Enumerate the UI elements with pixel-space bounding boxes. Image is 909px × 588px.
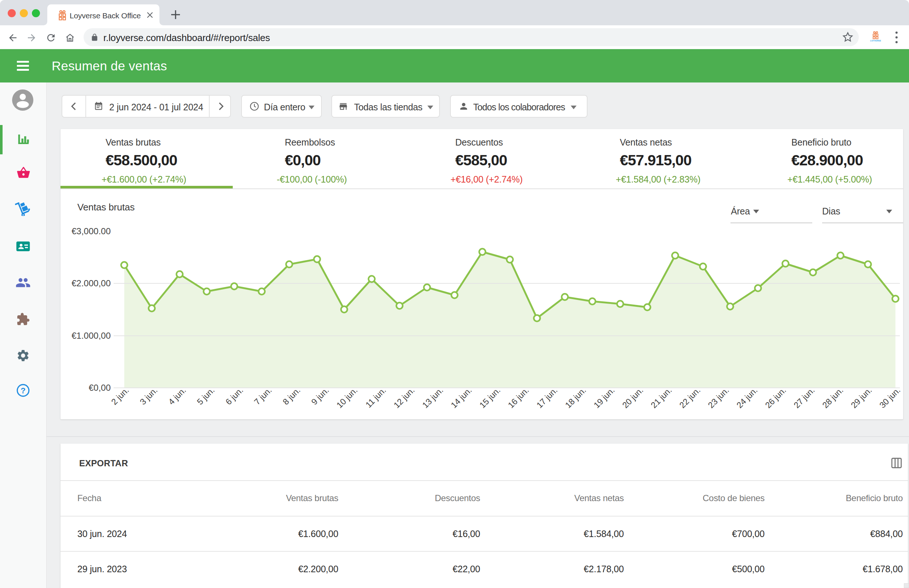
svg-text:6 jun.: 6 jun. <box>224 385 245 407</box>
svg-text:2 jun.: 2 jun. <box>109 385 131 407</box>
svg-text:9 jun.: 9 jun. <box>309 385 331 407</box>
svg-text:5 jun.: 5 jun. <box>195 385 216 407</box>
svg-text:11 jun.: 11 jun. <box>363 385 388 409</box>
svg-text:22 jun.: 22 jun. <box>678 385 702 410</box>
svg-text:21 jun.: 21 jun. <box>649 385 674 410</box>
svg-text:24 jun.: 24 jun. <box>735 385 759 410</box>
svg-text:10 jun.: 10 jun. <box>335 385 359 410</box>
svg-text:€3,000.00: €3,000.00 <box>71 226 111 236</box>
svg-text:12 jun.: 12 jun. <box>392 385 417 410</box>
svg-text:4 jun.: 4 jun. <box>166 385 188 407</box>
svg-text:29 jun.: 29 jun. <box>849 385 873 410</box>
svg-text:€2.000,00: €2.000,00 <box>71 278 111 288</box>
svg-text:8 jun.: 8 jun. <box>281 385 302 407</box>
svg-text:27 jun.: 27 jun. <box>792 385 816 410</box>
svg-text:€0,00: €0,00 <box>89 383 111 393</box>
svg-text:16 jun.: 16 jun. <box>506 385 531 410</box>
svg-text:28 jun.: 28 jun. <box>820 385 845 410</box>
svg-text:15 jun.: 15 jun. <box>478 385 502 410</box>
svg-text:19 jun.: 19 jun. <box>592 385 617 410</box>
svg-text:14 jun.: 14 jun. <box>449 385 473 410</box>
svg-text:23 jun.: 23 jun. <box>706 385 731 410</box>
svg-text:€1.000,00: €1.000,00 <box>71 331 111 341</box>
svg-text:17 jun.: 17 jun. <box>535 385 559 410</box>
svg-text:13 jun.: 13 jun. <box>420 385 445 410</box>
svg-text:20 jun.: 20 jun. <box>620 385 645 410</box>
svg-text:?: ? <box>21 386 26 395</box>
svg-text:3 jun.: 3 jun. <box>138 385 159 407</box>
svg-text:7 jun.: 7 jun. <box>252 385 273 407</box>
svg-text:18 jun.: 18 jun. <box>563 385 588 410</box>
svg-text:26 jun.: 26 jun. <box>763 385 788 410</box>
svg-text:30 jun.: 30 jun. <box>877 385 902 410</box>
